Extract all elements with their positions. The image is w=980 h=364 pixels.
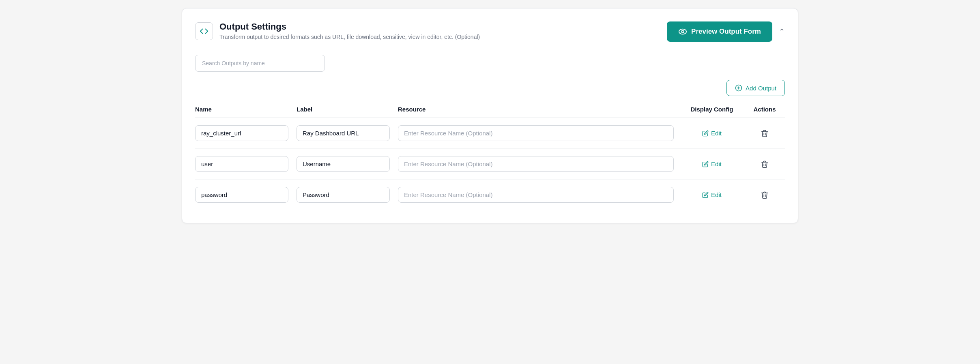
resource-cell-3 xyxy=(398,187,679,203)
edit-button-2[interactable]: Edit xyxy=(698,158,726,170)
edit-label-2: Edit xyxy=(711,161,722,167)
delete-button-2[interactable] xyxy=(756,158,773,171)
preview-output-form-button[interactable]: Preview Output Form xyxy=(667,21,772,42)
edit-label-3: Edit xyxy=(711,191,722,198)
edit-label-1: Edit xyxy=(711,130,722,137)
add-output-button[interactable]: Add Output xyxy=(726,80,785,96)
add-output-row: Add Output xyxy=(195,80,785,96)
table-row: Edit xyxy=(195,118,785,149)
name-input-3[interactable] xyxy=(195,187,288,203)
settings-icon-box xyxy=(195,22,213,40)
col-header-resource: Resource xyxy=(398,106,679,113)
pencil-icon-3 xyxy=(702,192,709,198)
trash-icon-1 xyxy=(761,129,769,137)
plus-circle-icon xyxy=(735,84,742,92)
pencil-icon-1 xyxy=(702,130,709,137)
name-input-1[interactable] xyxy=(195,125,288,141)
page-title: Output Settings xyxy=(219,21,480,32)
trash-icon-3 xyxy=(761,191,769,199)
name-cell-2 xyxy=(195,156,297,172)
svg-point-0 xyxy=(679,29,686,34)
label-cell-2 xyxy=(297,156,398,172)
table-row: Edit xyxy=(195,180,785,210)
col-header-label: Label xyxy=(297,106,398,113)
display-config-cell-3: Edit xyxy=(679,189,744,201)
actions-cell-2 xyxy=(744,158,785,171)
display-config-cell-1: Edit xyxy=(679,127,744,139)
outputs-table: Name Label Resource Display Config Actio… xyxy=(195,106,785,210)
search-input[interactable] xyxy=(195,55,325,72)
resource-input-2[interactable] xyxy=(398,156,674,172)
search-row xyxy=(195,55,785,72)
col-header-actions: Actions xyxy=(744,106,785,113)
col-header-display-config: Display Config xyxy=(679,106,744,113)
display-config-cell-2: Edit xyxy=(679,158,744,170)
edit-button-1[interactable]: Edit xyxy=(698,127,726,139)
header-left: Output Settings Transform output to desi… xyxy=(195,21,480,40)
name-cell-1 xyxy=(195,125,297,141)
actions-cell-3 xyxy=(744,188,785,201)
label-cell-3 xyxy=(297,187,398,203)
table-header: Name Label Resource Display Config Actio… xyxy=(195,106,785,118)
label-input-3[interactable] xyxy=(297,187,390,203)
collapse-button[interactable]: ⌃ xyxy=(779,28,785,35)
resource-cell-2 xyxy=(398,156,679,172)
delete-button-3[interactable] xyxy=(756,188,773,201)
label-cell-1 xyxy=(297,125,398,141)
resource-input-1[interactable] xyxy=(398,125,674,141)
eye-icon xyxy=(678,27,687,36)
actions-cell-1 xyxy=(744,127,785,140)
table-row: Edit xyxy=(195,149,785,180)
code-icon xyxy=(200,27,208,36)
name-input-2[interactable] xyxy=(195,156,288,172)
add-output-label: Add Output xyxy=(746,85,776,92)
resource-cell-1 xyxy=(398,125,679,141)
name-cell-3 xyxy=(195,187,297,203)
svg-point-1 xyxy=(681,30,684,33)
header-text: Output Settings Transform output to desi… xyxy=(219,21,480,40)
header: Output Settings Transform output to desi… xyxy=(195,21,785,42)
page-description: Transform output to desired formats such… xyxy=(219,34,480,40)
resource-input-3[interactable] xyxy=(398,187,674,203)
col-header-name: Name xyxy=(195,106,297,113)
edit-button-3[interactable]: Edit xyxy=(698,189,726,201)
label-input-2[interactable] xyxy=(297,156,390,172)
trash-icon-2 xyxy=(761,160,769,168)
header-right: Preview Output Form ⌃ xyxy=(667,21,785,42)
preview-button-label: Preview Output Form xyxy=(691,28,761,36)
delete-button-1[interactable] xyxy=(756,127,773,140)
pencil-icon-2 xyxy=(702,161,709,167)
output-settings-panel: Output Settings Transform output to desi… xyxy=(182,8,798,223)
label-input-1[interactable] xyxy=(297,125,390,141)
table-body: Edit xyxy=(195,118,785,210)
